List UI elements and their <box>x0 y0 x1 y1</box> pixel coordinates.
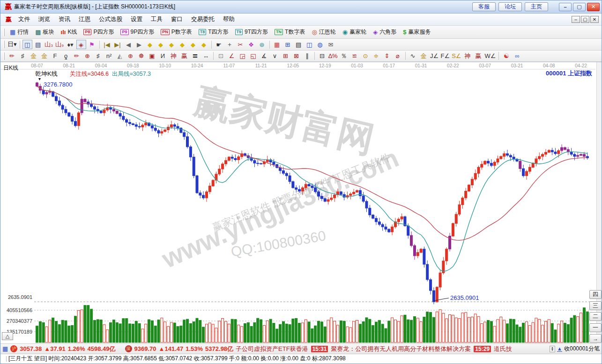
gold-level-tool-icon[interactable]: ≑ <box>372 51 381 61</box>
gold-angle-tool-icon[interactable]: 金 <box>419 51 429 61</box>
menu-设置[interactable]: 设置 <box>126 15 147 24</box>
tool-9t-square[interactable]: T99T四方形 <box>232 27 272 38</box>
infinity-tool-icon[interactable]: ∞ <box>512 51 522 61</box>
spinner-control[interactable]: ▲▼ <box>550 346 555 352</box>
menu-浏览[interactable]: 浏览 <box>34 15 54 24</box>
tool-winner-service[interactable]: $赢家服务 <box>400 27 434 38</box>
candle-style-dropdown-icon[interactable]: ♦▾ <box>66 40 75 49</box>
gann-diamond-1-icon[interactable]: ◆ <box>145 40 155 49</box>
minimize-button[interactable]: – <box>559 3 572 11</box>
wave-tool-icon[interactable]: И <box>158 51 168 61</box>
frame-tool-icon[interactable]: ⊡ <box>216 51 226 61</box>
shen-tool-icon[interactable]: 神 <box>169 51 178 61</box>
wave-angle-tool-icon[interactable]: ∿ <box>408 51 418 61</box>
tick-chart-label[interactable]: 收000001分笔 <box>564 345 600 353</box>
measure-tool-icon[interactable]: ✂ <box>236 40 245 49</box>
percent-tool-icon[interactable]: ％ <box>339 51 349 61</box>
quote-grid-icon[interactable]: ▦ <box>2 345 8 352</box>
shade-box-tool-icon[interactable]: ◲ <box>238 51 247 61</box>
level-button-5[interactable]: → <box>589 334 602 343</box>
tool-t-square[interactable]: T8T四方形 <box>195 27 232 38</box>
shen-angle-tool-icon[interactable]: 神 <box>462 51 472 61</box>
nav-next-icon[interactable]: ▶ <box>134 40 144 49</box>
level-button-2[interactable]: 三 <box>589 301 602 310</box>
mdi-restore-button[interactable]: ▢ <box>581 16 589 23</box>
mdi-minimize-button[interactable]: – <box>572 16 580 23</box>
level-button-3[interactable]: 二 <box>589 312 602 321</box>
gold-circle-tool-icon[interactable]: ⊙ <box>361 51 371 61</box>
spiral-tool-icon[interactable]: ƍ <box>61 51 71 61</box>
angle-tool-icon[interactable]: ∡ <box>259 51 269 61</box>
crosshair-tool-icon[interactable]: ＋ <box>225 40 235 49</box>
tool-gann-wheel[interactable]: ◎江恩轮 <box>308 27 339 38</box>
sz-index-value[interactable]: 9369.70 <box>134 345 156 352</box>
fibonacci-tool-icon[interactable]: F <box>50 51 60 61</box>
diameter-tool-icon[interactable]: ⌀ <box>393 51 403 61</box>
colored-flag-icon[interactable]: ⚑ <box>87 40 97 49</box>
parallel-tool-icon[interactable]: ∥ <box>302 51 312 61</box>
info-sheet-icon[interactable]: ▤ <box>33 40 43 49</box>
tool-t-number-table[interactable]: TNT数字表 <box>271 27 308 38</box>
nav-first-icon[interactable]: |◀ <box>102 40 112 49</box>
f-angle-tool-icon[interactable]: F∠ <box>440 51 451 61</box>
web-copy-icon[interactable]: ◍ <box>315 40 325 49</box>
mirror-tool-icon[interactable]: ◭ <box>115 51 125 61</box>
square-n2-tool-icon[interactable]: n² <box>104 51 114 61</box>
pct-line-tool-icon[interactable]: ≌ <box>350 51 360 61</box>
box-grid-tool-icon[interactable]: ▣ <box>147 51 157 61</box>
menu-交易委托[interactable]: 交易委托 <box>187 15 219 24</box>
titlebar-link-2[interactable]: 主页 <box>525 2 548 11</box>
updown-pencil-tool-icon[interactable]: ⇕ <box>382 51 392 61</box>
target-tool-icon[interactable]: ⊕ <box>126 51 135 61</box>
ticker-text-1[interactable]: 聚赛龙：公司拥有无人机用高分子材料整体解决方案 <box>331 345 471 353</box>
close-button[interactable]: ✕ <box>587 3 600 11</box>
nav-prev-icon[interactable]: ◀ <box>124 40 134 49</box>
band-tool-icon[interactable]: 〓 <box>190 51 200 61</box>
toolbar-grip[interactable] <box>3 29 5 36</box>
ying-tool-icon[interactable]: 赢 <box>179 51 189 61</box>
menu-文件[interactable]: 文件 <box>14 15 34 24</box>
bars-9-icon[interactable]: 山₉ <box>55 40 65 49</box>
pencil-tool-icon[interactable]: ✏ <box>7 51 17 61</box>
calculator-icon[interactable]: ⊞ <box>283 40 293 49</box>
period-day-dropdown-icon[interactable]: 日▾ <box>7 40 17 49</box>
level-button-1[interactable]: 四 <box>589 290 602 299</box>
bars-3-icon[interactable]: 山₃ <box>44 40 54 49</box>
ribbon-tool-icon[interactable]: ❖ <box>246 40 256 49</box>
toolbar-grip[interactable] <box>3 52 5 60</box>
marker-tool-icon[interactable]: ✏ <box>72 51 82 61</box>
mail-send-icon[interactable]: ✉ <box>326 40 336 49</box>
w-angle-tool-icon[interactable]: W∠ <box>484 51 496 61</box>
gann-diamond-6-icon[interactable]: ◆ <box>199 40 209 49</box>
gann-diamond-2-icon[interactable]: ◆ <box>156 40 166 49</box>
tool-p-number-table[interactable]: PNP数字表 <box>157 27 195 38</box>
titlebar-link-1[interactable]: 论坛 <box>498 2 522 11</box>
calendar-icon[interactable]: ▦ <box>272 40 282 49</box>
tool-sectors[interactable]: ▩板块 <box>32 27 57 38</box>
grid-box-tool-icon[interactable]: ⊞ <box>281 51 290 61</box>
span-tool-icon[interactable]: ↔ <box>201 51 211 61</box>
gold-line-tool-icon[interactable]: 金 <box>39 51 49 61</box>
menu-窗口[interactable]: 窗口 <box>167 15 187 24</box>
tool-winner-wheel[interactable]: ◉赢家轮 <box>339 27 370 38</box>
menu-江恩[interactable]: 江恩 <box>74 15 95 24</box>
ticker-text-0[interactable]: 子公司虚拟资产ETF获香港 <box>236 345 308 353</box>
menu-工具[interactable]: 工具 <box>147 15 167 24</box>
save-icon[interactable]: ◫ <box>305 40 314 49</box>
level-button-4[interactable]: 一 <box>589 323 602 332</box>
tool-9p-square[interactable]: P99P四方形 <box>117 27 157 38</box>
nav-last-icon[interactable]: ▶| <box>113 40 123 49</box>
menu-公式选股[interactable]: 公式选股 <box>95 15 126 24</box>
fan-tool-icon[interactable]: ∠ <box>227 51 237 61</box>
grid-box2-tool-icon[interactable]: ⊠ <box>291 51 301 61</box>
menu-帮助[interactable]: 帮助 <box>219 15 239 24</box>
tool-p-square[interactable]: P8P四方形 <box>80 27 117 38</box>
mdi-close-button[interactable]: ✕ <box>590 16 599 23</box>
titlebar-link-0[interactable]: 客服 <box>472 2 496 11</box>
gann-diamond-5-icon[interactable]: ◆ <box>188 40 198 49</box>
ruler-tool-icon[interactable]: ♯ <box>93 51 103 61</box>
volume-zoom-button[interactable]: △ <box>2 332 13 340</box>
vee-tool-icon[interactable]: ∨ <box>270 51 280 61</box>
sh-index-value[interactable]: 3057.38 <box>20 345 42 352</box>
slope-pct-tool-icon[interactable]: ∆% <box>328 51 338 61</box>
